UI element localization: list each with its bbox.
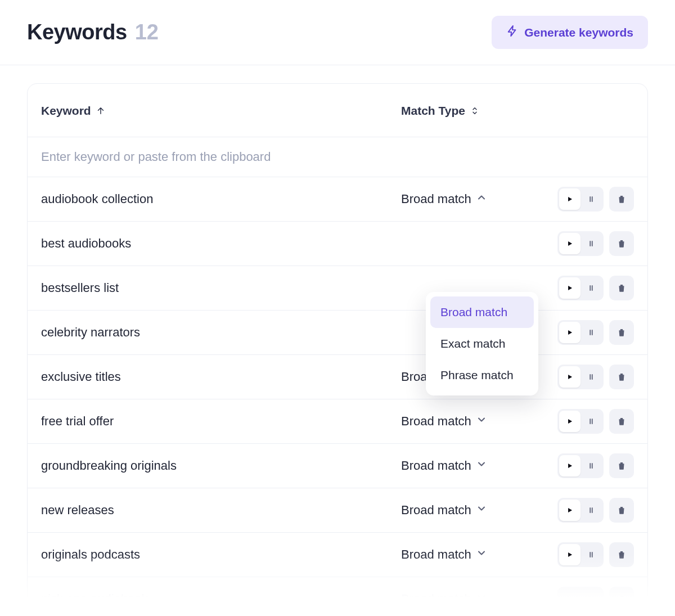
table-row: pick one audiobookBroad match [28, 577, 647, 616]
pause-icon [587, 506, 595, 514]
pause-button[interactable] [580, 455, 602, 476]
match-type-select[interactable]: Broad match [401, 592, 525, 606]
pause-icon [587, 240, 595, 248]
trash-icon [616, 327, 627, 338]
row-actions [557, 587, 634, 611]
match-type-select[interactable]: Broad match [401, 458, 525, 473]
delete-button[interactable] [609, 587, 634, 611]
dropdown-option-phrase-match[interactable]: Phrase match [430, 359, 534, 391]
lightning-icon [506, 25, 519, 40]
dropdown-option-broad-match[interactable]: Broad match [430, 296, 534, 328]
keyword-cell: originals podcasts [41, 547, 401, 562]
trash-icon [616, 461, 627, 471]
play-icon [566, 373, 574, 381]
row-actions [557, 231, 634, 256]
row-actions [557, 187, 634, 212]
match-type-select[interactable]: Broad match [401, 503, 525, 518]
match-type-label: Broad match [401, 192, 471, 206]
pause-button[interactable] [580, 544, 602, 565]
pause-icon [587, 551, 595, 559]
trash-icon [616, 594, 627, 604]
keyword-cell: audiobook collection [41, 192, 401, 206]
play-button[interactable] [559, 366, 580, 388]
pause-button[interactable] [580, 277, 602, 299]
play-icon [566, 417, 574, 425]
arrow-up-icon [96, 106, 106, 116]
delete-button[interactable] [609, 276, 634, 300]
keyword-cell: free trial offer [41, 414, 401, 429]
table-row: best audiobooks [28, 222, 647, 266]
chevron-down-icon [476, 414, 487, 429]
pause-icon [587, 462, 595, 470]
match-type-label: Broad match [401, 592, 471, 606]
play-button[interactable] [559, 544, 580, 565]
row-actions [557, 409, 634, 434]
row-actions [557, 365, 634, 389]
play-button[interactable] [559, 411, 580, 432]
pause-icon [587, 284, 595, 292]
match-type-select[interactable]: Broad match [401, 192, 525, 206]
row-actions [557, 276, 634, 300]
keyword-cell: new releases [41, 503, 401, 518]
pause-button[interactable] [580, 500, 602, 521]
column-header-match-type[interactable]: Match Type [401, 104, 536, 118]
keyword-cell: best audiobooks [41, 236, 401, 251]
pause-icon [587, 329, 595, 336]
delete-button[interactable] [609, 453, 634, 478]
match-type-label: Broad match [401, 458, 471, 473]
play-pause-toggle [557, 453, 604, 478]
generate-keywords-label: Generate keywords [524, 26, 633, 39]
play-button[interactable] [559, 233, 580, 254]
chevron-up-icon [476, 192, 487, 206]
match-type-label: Broad match [401, 547, 471, 562]
delete-button[interactable] [609, 231, 634, 256]
delete-button[interactable] [609, 365, 634, 389]
keyword-input-row [28, 137, 647, 177]
play-button[interactable] [559, 500, 580, 521]
delete-button[interactable] [609, 409, 634, 434]
keyword-cell: pick one audiobook [41, 592, 401, 606]
keyword-cell: bestsellers list [41, 281, 401, 295]
table-row: audiobook collectionBroad match [28, 177, 647, 222]
table-row: new releasesBroad match [28, 488, 647, 533]
pause-icon [587, 373, 595, 381]
generate-keywords-button[interactable]: Generate keywords [492, 16, 648, 49]
play-button[interactable] [559, 188, 580, 210]
trash-icon [616, 194, 627, 204]
delete-button[interactable] [609, 542, 634, 567]
pause-button[interactable] [580, 322, 602, 343]
match-type-select[interactable]: Broad match [401, 414, 525, 429]
column-header-keyword[interactable]: Keyword [41, 104, 401, 118]
play-pause-toggle [557, 187, 604, 212]
play-button[interactable] [559, 455, 580, 476]
match-type-dropdown: Broad match Exact match Phrase match [426, 292, 538, 395]
delete-button[interactable] [609, 498, 634, 523]
trash-icon [616, 283, 627, 293]
play-pause-toggle [557, 320, 604, 345]
play-pause-toggle [557, 365, 604, 389]
pause-button[interactable] [580, 366, 602, 388]
trash-icon [616, 372, 627, 382]
trash-icon [616, 505, 627, 515]
match-type-select[interactable]: Broad match [401, 547, 525, 562]
dropdown-option-exact-match[interactable]: Exact match [430, 328, 534, 359]
play-icon [566, 462, 574, 470]
pause-button[interactable] [580, 188, 602, 210]
keyword-input[interactable] [41, 150, 634, 164]
delete-button[interactable] [609, 187, 634, 212]
pause-button[interactable] [580, 411, 602, 432]
row-actions [557, 498, 634, 523]
table-row: originals podcastsBroad match [28, 533, 647, 577]
play-pause-toggle [557, 587, 604, 611]
play-pause-toggle [557, 276, 604, 300]
play-button[interactable] [559, 277, 580, 299]
table-row: groundbreaking originalsBroad match [28, 444, 647, 488]
pause-button[interactable] [580, 588, 602, 610]
play-button[interactable] [559, 322, 580, 343]
pause-button[interactable] [580, 233, 602, 254]
column-header-match-type-label: Match Type [401, 104, 465, 118]
delete-button[interactable] [609, 320, 634, 345]
play-button[interactable] [559, 588, 580, 610]
keyword-cell: exclusive titles [41, 370, 401, 384]
table-row: exclusive titlesBroad match [28, 355, 647, 399]
